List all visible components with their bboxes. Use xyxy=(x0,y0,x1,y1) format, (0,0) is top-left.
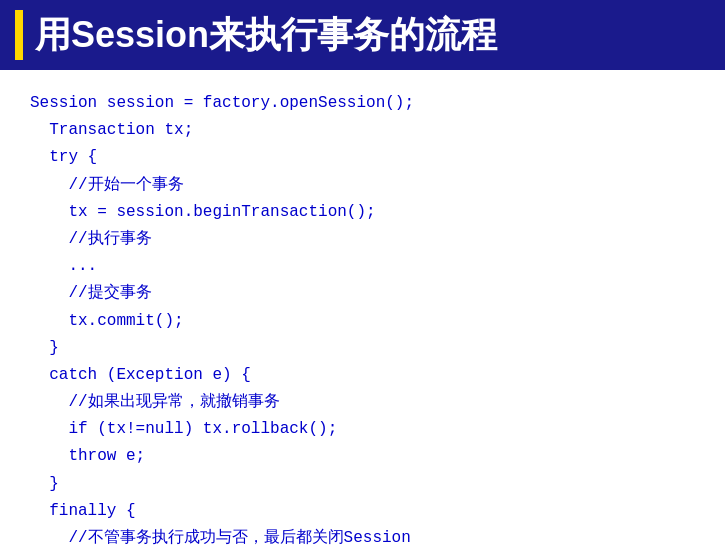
content-area: Session session = factory.openSession();… xyxy=(0,70,725,557)
slide-container: 用Session来执行事务的流程 Session session = facto… xyxy=(0,0,725,557)
title-bar: 用Session来执行事务的流程 xyxy=(0,0,725,70)
title-accent xyxy=(15,10,23,60)
code-block: Session session = factory.openSession();… xyxy=(30,90,695,557)
title-prefix: 用 xyxy=(35,14,71,55)
code-line-10: } xyxy=(30,335,695,362)
code-line-14: throw e; xyxy=(30,443,695,470)
code-line-15: } xyxy=(30,471,695,498)
code-line-11: catch (Exception e) { xyxy=(30,362,695,389)
code-line-3: try { xyxy=(30,144,695,171)
code-line-4: //开始一个事务 xyxy=(30,172,695,199)
code-line-16: finally { xyxy=(30,498,695,525)
code-line-8: //提交事务 xyxy=(30,280,695,307)
code-line-5: tx = session.beginTransaction(); xyxy=(30,199,695,226)
code-line-1: Session session = factory.openSession(); xyxy=(30,90,695,117)
page-title: 用Session来执行事务的流程 xyxy=(35,11,497,60)
title-session: Session xyxy=(71,14,209,55)
code-line-13: if (tx!=null) tx.rollback(); xyxy=(30,416,695,443)
title-suffix: 来执行事务的流程 xyxy=(209,14,497,55)
code-line-6: //执行事务 xyxy=(30,226,695,253)
code-line-17: //不管事务执行成功与否，最后都关闭Session xyxy=(30,525,695,552)
code-line-12: //如果出现异常，就撤销事务 xyxy=(30,389,695,416)
code-line-18: session.close(); xyxy=(30,552,695,557)
code-line-9: tx.commit(); xyxy=(30,308,695,335)
code-line-2: Transaction tx; xyxy=(30,117,695,144)
code-line-7: ... xyxy=(30,253,695,280)
